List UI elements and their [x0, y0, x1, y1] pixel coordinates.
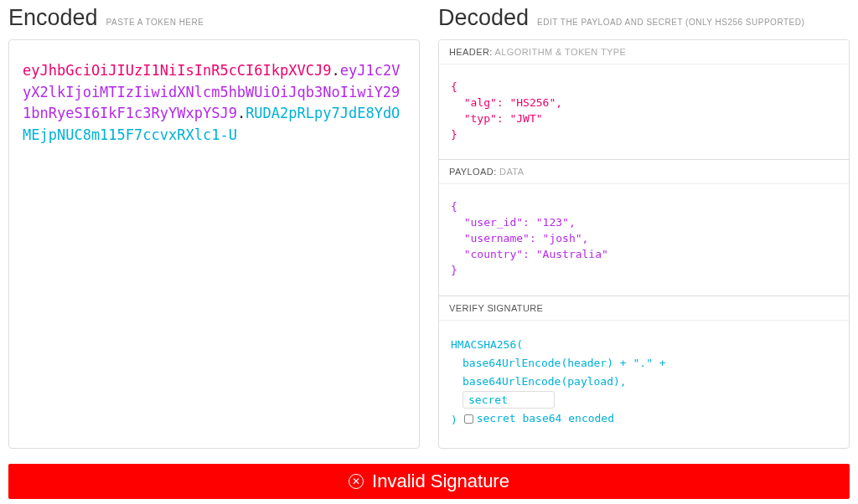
encoded-column: Encoded PASTE A TOKEN HERE eyJhbGciOiJIU… — [8, 0, 420, 449]
decoded-title: Decoded — [438, 5, 529, 31]
decoded-column: Decoded EDIT THE PAYLOAD AND SECRET (ONL… — [438, 0, 850, 449]
secret-input[interactable] — [463, 391, 555, 409]
signature-section-title: VERIFY SIGNATURE — [439, 296, 849, 321]
encoded-subtitle: PASTE A TOKEN HERE — [106, 18, 204, 27]
payload-sublabel: DATA — [499, 167, 524, 177]
header-json-input[interactable]: { "alg": "HS256", "typ": "JWT" } — [439, 64, 849, 159]
secret-base64-checkbox[interactable] — [464, 414, 473, 424]
encoded-title: Encoded — [8, 5, 98, 31]
encoded-heading: Encoded PASTE A TOKEN HERE — [8, 0, 420, 39]
decoded-panel: HEADER: ALGORITHM & TOKEN TYPE { "alg": … — [438, 39, 850, 449]
decoded-heading: Decoded EDIT THE PAYLOAD AND SECRET (ONL… — [438, 0, 850, 39]
token-dot: . — [331, 62, 339, 79]
decoded-subtitle: EDIT THE PAYLOAD AND SECRET (ONLY HS256 … — [537, 18, 804, 27]
encoded-panel: eyJhbGciOiJIUzI1NiIsInR5cCI6IkpXVCJ9.eyJ… — [8, 39, 420, 449]
invalid-icon: ✕ — [349, 474, 364, 489]
sig-line3: base64UrlEncode(payload), — [451, 373, 837, 391]
header-section-title: HEADER: ALGORITHM & TOKEN TYPE — [439, 40, 849, 64]
payload-label: PAYLOAD: — [449, 167, 497, 177]
secret-base64-label: secret base64 encoded — [477, 409, 614, 428]
signature-section: VERIFY SIGNATURE HMACSHA256( base64UrlEn… — [439, 296, 849, 448]
sig-line1: HMACSHA256( — [451, 336, 837, 354]
payload-json-input[interactable]: { "user_id": "123", "username": "josh", … — [439, 184, 849, 295]
sig-closing: ) — [451, 414, 457, 426]
payload-section: PAYLOAD: DATA { "user_id": "123", "usern… — [439, 160, 849, 296]
header-sublabel: ALGORITHM & TOKEN TYPE — [495, 47, 627, 57]
signature-label: VERIFY SIGNATURE — [449, 303, 543, 313]
token-dot: . — [237, 105, 246, 121]
signature-status-bar: ✕ Invalid Signature — [8, 464, 850, 499]
signature-body: HMACSHA256( base64UrlEncode(header) + ".… — [439, 321, 849, 446]
header-label: HEADER: — [449, 47, 493, 57]
token-header-part: eyJhbGciOiJIUzI1NiIsInR5cCI6IkpXVCJ9 — [23, 62, 331, 79]
payload-section-title: PAYLOAD: DATA — [439, 160, 849, 184]
encoded-token-input[interactable]: eyJhbGciOiJIUzI1NiIsInR5cCI6IkpXVCJ9.eyJ… — [9, 40, 419, 448]
signature-status-text: Invalid Signature — [372, 471, 509, 492]
sig-line2: base64UrlEncode(header) + "." + — [451, 354, 837, 373]
header-section: HEADER: ALGORITHM & TOKEN TYPE { "alg": … — [439, 40, 849, 160]
